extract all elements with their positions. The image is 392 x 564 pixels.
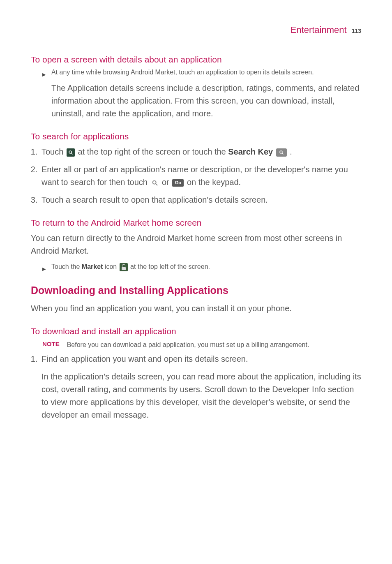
- heading-downloading-installing: Downloading and Installing Applications: [31, 284, 361, 296]
- list-item: Touch a search result to open that appli…: [40, 194, 361, 206]
- search-key-label: Search Key: [228, 147, 273, 156]
- body-text: at the top right of the screen or touch …: [76, 147, 228, 156]
- market-icon: [120, 263, 128, 271]
- install-steps-list: Find an application you want and open it…: [31, 353, 361, 365]
- body-text: on the keypad.: [184, 178, 241, 187]
- svg-line-1: [71, 153, 72, 154]
- svg-point-4: [152, 180, 156, 184]
- search-icon: [151, 179, 159, 187]
- body-text: Touch the: [51, 263, 82, 270]
- note-label: NOTE: [42, 340, 60, 347]
- heading-open-details: To open a screen with details about an a…: [31, 55, 361, 65]
- search-steps-list: Touch at the top right of the screen or …: [31, 146, 361, 206]
- body-text: icon: [103, 263, 118, 270]
- document-page: Entertainment 113 To open a screen with …: [0, 0, 392, 564]
- bullet-open-details: At any time while browsing Android Marke…: [31, 69, 361, 76]
- bullet-market-icon: Touch the Market icon at the top left of…: [31, 263, 361, 271]
- body-text: Touch: [42, 147, 66, 156]
- body-text: .: [288, 147, 292, 156]
- heading-return-home: To return to the Android Market home scr…: [31, 218, 361, 228]
- body-text: The Application details screens include …: [31, 82, 361, 120]
- body-text: or: [160, 178, 172, 187]
- go-button-icon: Go: [172, 179, 184, 187]
- heading-download-install-app: To download and install an application: [31, 326, 361, 336]
- svg-line-3: [282, 153, 283, 154]
- svg-point-2: [280, 151, 282, 153]
- note-block: NOTE Before you can download a paid appl…: [42, 340, 361, 349]
- body-text: You can return directly to the Android M…: [31, 232, 361, 257]
- body-text: at the top left of the screen.: [129, 263, 210, 270]
- note-text: Before you can download a paid applicati…: [67, 340, 309, 349]
- svg-line-5: [156, 184, 157, 185]
- svg-point-0: [69, 151, 71, 153]
- search-icon: [67, 148, 75, 157]
- body-text: In the application's details screen, you…: [31, 370, 361, 421]
- page-header: Entertainment 113: [31, 25, 361, 38]
- heading-search-apps: To search for applications: [31, 132, 361, 141]
- body-text: At any time while browsing Android Marke…: [51, 69, 314, 76]
- list-item: Touch at the top right of the screen or …: [40, 146, 361, 158]
- page-number: 113: [352, 28, 361, 34]
- search-key-icon: [276, 148, 287, 157]
- market-label: Market: [82, 263, 103, 270]
- body-text: When you find an application you want, y…: [31, 302, 361, 315]
- list-item: Enter all or part of an application's na…: [40, 163, 361, 189]
- header-section-title: Entertainment: [291, 25, 347, 35]
- list-item: Find an application you want and open it…: [40, 353, 361, 365]
